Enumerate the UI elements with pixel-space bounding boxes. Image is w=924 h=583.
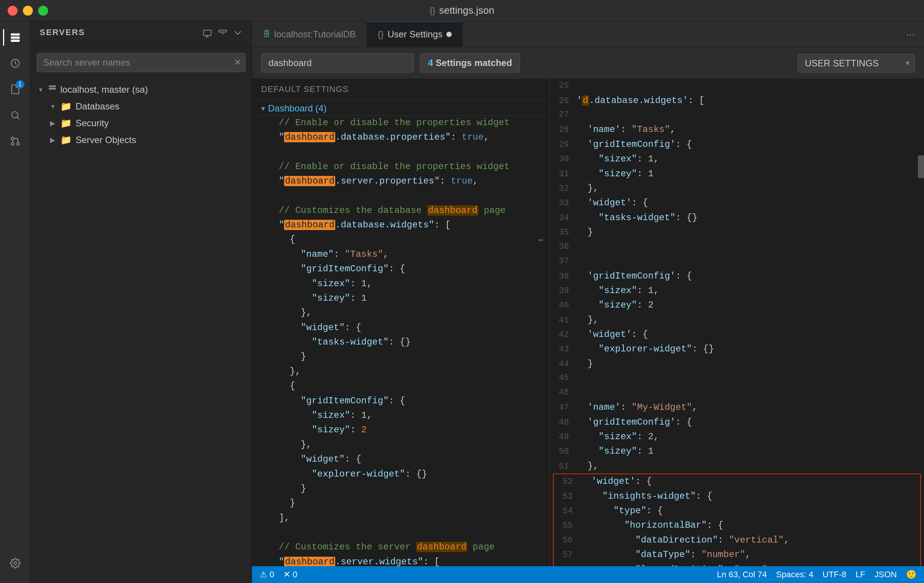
code-line: }, xyxy=(252,364,549,379)
code-line: "gridItemConfig": { xyxy=(252,262,549,276)
settings-matched-badge: 4 Settings matched xyxy=(420,53,520,72)
new-connection-icon[interactable] xyxy=(203,29,212,40)
code-line: 46 xyxy=(550,386,924,400)
svg-point-7 xyxy=(11,137,14,140)
tab-db-icon: 🗄 xyxy=(263,30,270,38)
code-line: 28 'name': "Tasks", xyxy=(550,122,924,137)
status-format[interactable]: JSON xyxy=(874,570,897,580)
settings-search-input[interactable] xyxy=(261,53,414,72)
code-line: "dashboard.server.widgets": [ xyxy=(252,555,549,566)
code-line: 39 "sizex": 1, xyxy=(550,283,924,298)
window-title: {} settings.json xyxy=(429,5,494,16)
collapse-arrow: ▾ xyxy=(261,104,265,113)
scrollbar-indicator[interactable] xyxy=(918,155,924,178)
code-line: 57 "dataType": "number", xyxy=(554,547,920,562)
code-line xyxy=(252,525,549,540)
maximize-button[interactable] xyxy=(38,6,48,16)
code-line: "tasks-widget": {} xyxy=(252,335,549,349)
activity-clock[interactable] xyxy=(3,51,28,76)
code-line: 33 'widget': { xyxy=(550,196,924,210)
code-line: 26 'd.database.widgets': [ xyxy=(550,94,924,108)
editor-container: DEFAULT SETTINGS ▾ Dashboard (4) // Enab… xyxy=(252,79,924,566)
search-box: ✕ xyxy=(37,53,246,72)
file-icon: {} xyxy=(429,6,435,16)
code-line: 54 "type": { xyxy=(554,504,920,518)
code-line: "dashboard.database.properties": true, xyxy=(252,130,549,145)
tree-item-server-objects[interactable]: ▶ 📁 Server Objects xyxy=(31,132,252,148)
code-line: "widget": { xyxy=(252,452,549,467)
code-line: "dashboard.database.widgets": [ xyxy=(252,218,549,232)
activity-file[interactable]: 1 xyxy=(3,77,28,102)
activity-bar: 1 xyxy=(0,21,31,583)
tabs-bar: 🗄 localhost:TutorialDB {} User Settings … xyxy=(252,21,924,47)
code-editor-left[interactable]: // Enable or disable the properties widg… xyxy=(252,115,549,566)
editor-left: DEFAULT SETTINGS ▾ Dashboard (4) // Enab… xyxy=(252,79,550,566)
code-line: 25 xyxy=(550,79,924,94)
status-spaces[interactable]: Spaces: 4 xyxy=(776,570,813,580)
code-line: } xyxy=(252,481,549,496)
activity-settings[interactable] xyxy=(3,551,28,575)
tab-server[interactable]: 🗄 localhost:TutorialDB xyxy=(252,21,367,47)
status-emoji: 🙂 xyxy=(906,570,916,580)
collapse-icon[interactable] xyxy=(233,29,243,40)
svg-point-6 xyxy=(16,143,19,145)
titlebar: {} settings.json xyxy=(0,0,924,21)
code-line: // Customizes the database dashboard pag… xyxy=(252,203,549,218)
settings-scope-dropdown[interactable]: USER SETTINGS DEFAULT SETTINGS xyxy=(798,54,915,72)
code-line: 30 "sizex": 1, xyxy=(550,152,924,166)
code-line: 58 "legendPosition": "none", xyxy=(554,562,920,566)
code-line: ], xyxy=(252,511,549,525)
tree-label-server-objects: Server Objects xyxy=(76,135,136,145)
activity-git[interactable] xyxy=(3,129,28,153)
svg-rect-1 xyxy=(11,36,20,39)
activity-servers[interactable] xyxy=(3,25,28,49)
tabs-more-button[interactable]: ··· xyxy=(897,28,924,40)
code-line: 35 } xyxy=(550,225,924,240)
close-button[interactable] xyxy=(8,6,18,16)
status-line-col[interactable]: Ln 63, Col 74 xyxy=(717,570,767,580)
tree-toggle-security: ▶ xyxy=(49,119,56,127)
minimize-button[interactable] xyxy=(23,6,33,16)
code-line: 48 'gridItemConfig': { xyxy=(550,415,924,430)
pencil-icon: ✏ xyxy=(539,234,543,246)
code-line: 49 "sizex": 2, xyxy=(550,430,924,444)
search-input[interactable] xyxy=(37,53,246,72)
code-line: 52 'widget': { xyxy=(554,474,920,489)
folder-icon-security: 📁 xyxy=(60,118,72,128)
window-controls xyxy=(8,6,48,16)
svg-rect-0 xyxy=(11,34,20,36)
code-line: 31 "sizey": 1 xyxy=(550,167,924,181)
tab-settings[interactable]: {} User Settings xyxy=(367,21,463,47)
folder-icon-server-objects: 📁 xyxy=(60,135,72,145)
status-line-ending[interactable]: LF xyxy=(856,570,866,580)
main-area: 🗄 localhost:TutorialDB {} User Settings … xyxy=(252,21,924,583)
code-line: }, xyxy=(252,438,549,452)
svg-point-4 xyxy=(12,112,18,118)
code-line: 32 }, xyxy=(550,181,924,196)
code-line: "widget": { xyxy=(252,321,549,335)
status-encoding[interactable]: UTF-8 xyxy=(822,570,846,580)
status-warnings: ⚠ 0 xyxy=(260,570,274,580)
tab-server-label: localhost:TutorialDB xyxy=(274,29,356,40)
svg-line-5 xyxy=(17,117,19,119)
tree-item-databases[interactable]: ▾ 📁 Databases xyxy=(31,98,252,115)
code-editor-right[interactable]: 25 26 'd.database.widgets': [ 27 28 'nam… xyxy=(550,79,924,566)
code-line: 36 xyxy=(550,240,924,255)
status-errors: ✕ 0 xyxy=(283,570,297,580)
code-line: // Customizes the server dashboard page xyxy=(252,540,549,554)
tree-item-security[interactable]: ▶ 📁 Security xyxy=(31,115,252,132)
svg-rect-16 xyxy=(49,86,56,87)
code-line: 44 } xyxy=(550,357,924,371)
folder-icon-databases: 📁 xyxy=(60,101,72,112)
settings-scope-dropdown-wrap: USER SETTINGS DEFAULT SETTINGS ▾ xyxy=(798,54,915,72)
code-line: 50 "sizey": 1 xyxy=(550,444,924,459)
add-server-icon[interactable] xyxy=(218,29,227,40)
search-input-wrap xyxy=(261,53,414,72)
tree-item-localhost[interactable]: ▾ localhost, master (sa) xyxy=(31,81,252,98)
dashboard-section-header[interactable]: ▾ Dashboard (4) xyxy=(261,103,540,114)
activity-search[interactable] xyxy=(3,103,28,127)
code-line: } xyxy=(252,496,549,511)
svg-rect-10 xyxy=(203,30,211,36)
search-clear-icon[interactable]: ✕ xyxy=(234,58,241,68)
code-line: 40 "sizey": 2 xyxy=(550,298,924,313)
